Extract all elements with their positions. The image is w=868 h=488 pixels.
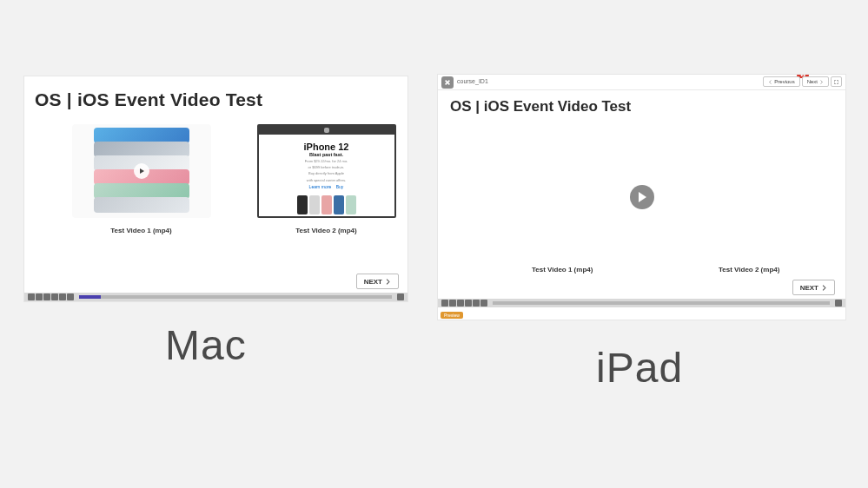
iphone-lineup — [259, 195, 394, 214]
mac-panel: OS | iOS Event Video Test Test Video 1 (… — [23, 76, 408, 302]
mac-label: Mac — [165, 321, 247, 369]
stop-icon[interactable] — [51, 293, 58, 300]
forward-icon[interactable] — [59, 293, 66, 300]
next-button-mac[interactable]: NEXT — [356, 274, 399, 289]
play-button[interactable] — [630, 185, 654, 209]
fullscreen-icon[interactable] — [397, 293, 404, 300]
iphone-subhead: Blast past fast. — [259, 152, 394, 157]
forward-icon[interactable] — [473, 300, 480, 307]
next-button-ipad[interactable]: NEXT — [792, 280, 835, 295]
seekbar-track[interactable] — [79, 295, 392, 299]
chevron-left-icon — [768, 80, 772, 84]
ipad-label: iPad — [596, 344, 683, 392]
video-2-caption-ipad: Test Video 2 (mp4) — [719, 266, 779, 274]
play-icon[interactable] — [36, 293, 43, 300]
iphone-headline: iPhone 12 — [259, 142, 394, 152]
pause-icon[interactable] — [43, 293, 50, 300]
previous-button[interactable]: Previous — [763, 76, 799, 87]
ipad-panel: course_ID1 ●● Previous Next OS | iOS Eve… — [437, 74, 846, 320]
seekbar-controls[interactable] — [24, 293, 74, 300]
iphone-fineprint-3: Buy directly from Apple — [268, 171, 386, 175]
rewind-icon[interactable] — [28, 293, 35, 300]
rewind-icon[interactable] — [441, 300, 448, 307]
iphone-links: Learn more Buy — [259, 184, 394, 189]
pause-icon[interactable] — [457, 300, 464, 307]
ipad-header: course_ID1 ●● Previous Next — [438, 75, 845, 90]
video-2-caption: Test Video 2 (mp4) — [295, 227, 356, 234]
ipad-stack-illustration — [85, 128, 198, 214]
learn-more-link: Learn more — [309, 184, 332, 189]
preview-badge: Preview — [441, 312, 463, 319]
chevron-right-icon — [821, 285, 827, 291]
seekbar-track[interactable] — [493, 301, 830, 305]
previous-label: Previous — [774, 79, 794, 84]
video-2-thumbnail[interactable]: iPhone 12 Blast past fast. From $29.12/m… — [257, 124, 396, 218]
page-title-ipad: OS | iOS Event Video Test — [450, 98, 631, 115]
ipad-toolbar: Previous Next — [763, 76, 842, 87]
seekbar-progress — [79, 295, 101, 299]
next-label: NEXT — [800, 284, 818, 292]
expand-icon — [834, 80, 838, 84]
stop-icon[interactable] — [465, 300, 472, 307]
video-1-caption-ipad: Test Video 1 (mp4) — [532, 266, 593, 274]
fullscreen-icon[interactable] — [835, 300, 842, 307]
iphone-fineprint-2: or $699 before trade-in. — [268, 165, 386, 169]
volume-icon[interactable] — [480, 300, 487, 307]
video-1-thumbnail[interactable] — [72, 124, 211, 218]
play-icon[interactable] — [449, 300, 456, 307]
expand-button[interactable] — [831, 76, 842, 87]
chevron-right-icon — [819, 80, 824, 84]
play-icon — [134, 163, 149, 179]
toolbar-next-button[interactable]: Next — [802, 76, 829, 87]
seekbar-ipad[interactable] — [438, 299, 845, 307]
browser-topbar — [259, 126, 394, 135]
volume-icon[interactable] — [67, 293, 74, 300]
course-id-label: course_ID1 — [457, 78, 488, 84]
iphone-fineprint-1: From $29.12/mo. for 24 mo. — [268, 159, 386, 163]
video-1-caption: Test Video 1 (mp4) — [110, 227, 171, 234]
close-button[interactable] — [441, 76, 454, 89]
page-title-mac: OS | iOS Event Video Test — [35, 89, 262, 110]
video-1-column: Test Video 1 (mp4) — [56, 124, 226, 250]
buy-link: Buy — [336, 184, 344, 189]
seekbar-mac[interactable] — [24, 293, 407, 301]
seekbar-controls[interactable] — [438, 300, 487, 307]
chevron-right-icon — [385, 279, 391, 285]
close-icon — [444, 79, 451, 86]
toolbar-next-label: Next — [807, 79, 818, 84]
next-label: NEXT — [364, 278, 382, 286]
video-2-column: iPhone 12 Blast past fast. From $29.12/m… — [242, 124, 408, 250]
iphone-fineprint-4: with special carrier offers. — [268, 178, 386, 182]
